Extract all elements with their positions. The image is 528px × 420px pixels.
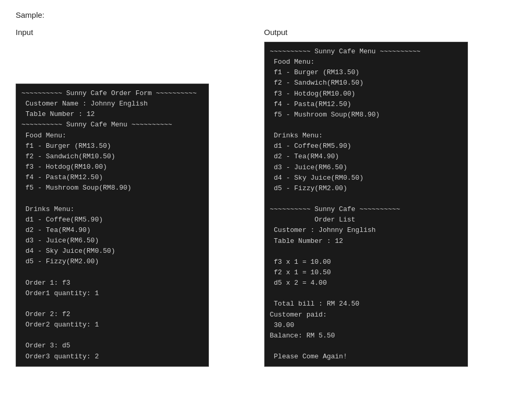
output-terminal: ~~~~~~~~~~ Sunny Cafe Menu ~~~~~~~~~~ Fo… <box>264 42 468 367</box>
terminal-line: Order List <box>270 215 462 225</box>
terminal-line: Order 3: d5 <box>21 341 203 351</box>
terminal-line: d4 - Sky Juice(RM0.50) <box>270 173 462 183</box>
terminal-line: Table Number : 12 <box>270 236 462 247</box>
terminal-line <box>21 299 203 309</box>
terminal-line: d2 - Tea(RM4.90) <box>21 225 203 236</box>
sample-label: Sample: <box>16 10 512 19</box>
terminal-line: d5 - Fizzy(RM2.00) <box>270 183 462 194</box>
terminal-line <box>270 120 462 131</box>
terminal-line <box>21 193 203 204</box>
terminal-line: Balance: RM 5.50 <box>270 331 462 341</box>
terminal-line: Order 1: f3 <box>21 278 203 288</box>
input-panel-wrapper: ~~~~~~~~~~ Sunny Cafe Order Form ~~~~~~~… <box>16 42 264 367</box>
terminal-line: f5 - Mushroom Soup(RM8.90) <box>270 110 462 120</box>
terminal-line <box>21 330 203 341</box>
input-terminal: ~~~~~~~~~~ Sunny Cafe Order Form ~~~~~~~… <box>16 84 209 367</box>
output-panel-wrapper: ~~~~~~~~~~ Sunny Cafe Menu ~~~~~~~~~~ Fo… <box>264 42 513 367</box>
terminal-line: f1 - Burger (RM13.50) <box>270 67 462 78</box>
input-label: Input <box>16 28 264 37</box>
terminal-line <box>270 341 462 352</box>
terminal-line <box>270 288 462 299</box>
terminal-line: d2 - Tea(RM4.90) <box>270 151 462 162</box>
terminal-line: Food Menu: <box>270 57 462 67</box>
terminal-line: d3 - Juice(RM6.50) <box>270 162 462 173</box>
terminal-line: Table Number : 12 <box>21 109 203 120</box>
terminal-line: Total bill : RM 24.50 <box>270 299 462 309</box>
terminal-line <box>270 194 462 204</box>
terminal-line: f2 - Sandwich(RM10.50) <box>270 78 462 88</box>
terminal-line: Food Menu: <box>21 131 203 141</box>
terminal-line: ~~~~~~~~~~ Sunny Cafe Order Form ~~~~~~~… <box>21 88 203 99</box>
terminal-line: d1 - Coffee(RM5.90) <box>21 215 203 225</box>
terminal-line: f5 - Mushroom Soup(RM8.90) <box>21 183 203 193</box>
terminal-line: f3 x 1 = 10.00 <box>270 257 462 267</box>
terminal-line: f2 - Sandwich(RM10.50) <box>21 151 203 162</box>
output-label: Output <box>264 28 513 37</box>
terminal-line: Customer paid: <box>270 310 462 320</box>
terminal-line: d5 - Fizzy(RM2.00) <box>21 256 203 267</box>
terminal-line: 30.00 <box>270 320 462 331</box>
terminal-line: f1 - Burger (RM13.50) <box>21 141 203 151</box>
terminal-line: Drinks Menu: <box>270 131 462 141</box>
terminal-line: d3 - Juice(RM6.50) <box>21 236 203 246</box>
terminal-line: f2 x 1 = 10.50 <box>270 267 462 278</box>
terminal-line: Order3 quantity: 2 <box>21 352 203 362</box>
terminal-line: Order2 quantity: 1 <box>21 320 203 330</box>
terminal-line: d5 x 2 = 4.00 <box>270 278 462 288</box>
terminal-line: Order1 quantity: 1 <box>21 288 203 299</box>
terminal-line: d1 - Coffee(RM5.90) <box>270 141 462 151</box>
terminal-line: ~~~~~~~~~~ Sunny Cafe Menu ~~~~~~~~~~ <box>270 46 462 57</box>
terminal-line: f4 - Pasta(RM12.50) <box>21 172 203 183</box>
terminal-line: ~~~~~~~~~~ Sunny Cafe ~~~~~~~~~~ <box>270 204 462 215</box>
terminal-line: d4 - Sky Juice(RM0.50) <box>21 246 203 256</box>
terminal-line: Customer : Johnny English <box>270 225 462 236</box>
terminal-line: Customer Name : Johnny English <box>21 99 203 109</box>
terminal-line: Please Come Again! <box>270 352 462 362</box>
terminal-line: ~~~~~~~~~~ Sunny Cafe Menu ~~~~~~~~~~ <box>21 120 203 130</box>
terminal-line: f3 - Hotdog(RM10.00) <box>270 89 462 99</box>
terminal-line: Order 2: f2 <box>21 309 203 320</box>
terminal-line: f4 - Pasta(RM12.50) <box>270 99 462 110</box>
terminal-line: f3 - Hotdog(RM10.00) <box>21 162 203 172</box>
terminal-line <box>270 247 462 257</box>
terminal-line: Drinks Menu: <box>21 204 203 215</box>
terminal-line <box>21 267 203 277</box>
